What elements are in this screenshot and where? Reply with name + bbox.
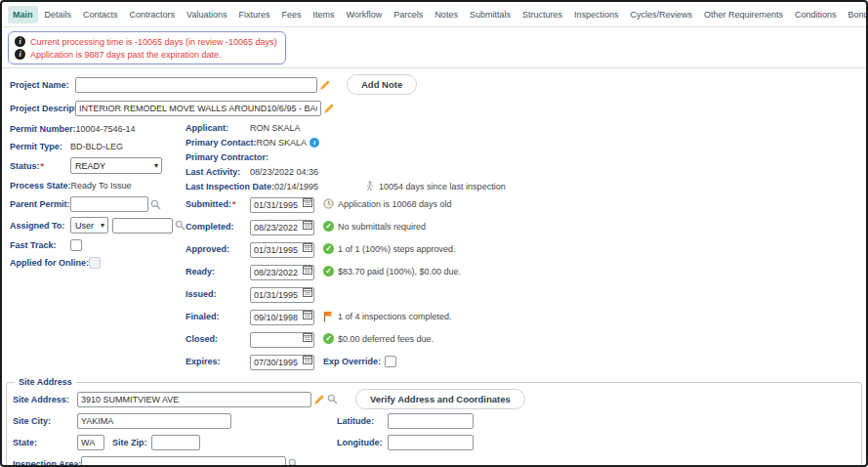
tab-fees[interactable]: Fees: [276, 6, 306, 23]
approved-status-text: 1 of 1 (100%) steps approved.: [338, 244, 456, 254]
site-zip-input[interactable]: [151, 435, 200, 450]
tab-contractors[interactable]: Contractors: [125, 6, 181, 23]
search-icon[interactable]: [288, 458, 299, 467]
parent-permit-label: Parent Permit:: [10, 199, 70, 209]
tab-contacts[interactable]: Contacts: [78, 6, 123, 23]
last-inspection-label: Last Inspection Date:: [186, 182, 274, 191]
approved-status: ✓ 1 of 1 (100%) steps approved.: [323, 243, 456, 254]
alert-box: i Current processing time is -10065 days…: [8, 31, 286, 64]
edit-pencil-icon[interactable]: [323, 103, 335, 114]
applied-online-checkbox: [89, 257, 101, 269]
status-select[interactable]: READY ▾: [70, 157, 162, 174]
required-asterisk: *: [41, 161, 45, 171]
project-name-row: Project Name: Add Note: [10, 74, 858, 95]
tab-items[interactable]: Items: [309, 6, 340, 23]
add-note-button[interactable]: Add Note: [347, 74, 417, 95]
site-address-label: Site Address:: [13, 395, 77, 404]
applied-online-label: Applied for Online:: [10, 258, 89, 268]
tab-notes[interactable]: Notes: [430, 6, 463, 23]
exp-override-label: Exp Override:: [323, 357, 381, 366]
site-address-input[interactable]: [77, 392, 311, 407]
permit-type-row: Permit Type: BD-BLD-LEG: [10, 140, 186, 152]
closed-status: ✓ $0.00 deferred fees due.: [323, 333, 434, 344]
parent-permit-input[interactable]: [70, 196, 148, 212]
closed-label: Closed:: [186, 334, 250, 344]
assigned-to-input[interactable]: [112, 218, 173, 234]
issued-label: Issued:: [186, 289, 250, 299]
verify-address-button[interactable]: Verify Address and Coordinates: [355, 389, 525, 409]
longitude-label: Longitude:: [337, 438, 388, 447]
tab-submittals[interactable]: Submittals: [465, 6, 516, 23]
project-name-label: Project Name:: [10, 80, 75, 90]
project-description-input[interactable]: [75, 101, 321, 116]
check-circle-icon: ✓: [323, 221, 334, 232]
tab-structures[interactable]: Structures: [517, 6, 567, 23]
permit-number-label: Permit Number:: [10, 124, 76, 134]
search-icon[interactable]: [327, 394, 338, 404]
permit-number-row: Permit Number: 10004-7546-14: [10, 122, 186, 135]
contact-info-icon[interactable]: i: [310, 138, 319, 148]
tab-conditions[interactable]: Conditions: [790, 6, 842, 23]
applicant-value: RON SKALA: [250, 123, 301, 133]
tab-cycles-reviews[interactable]: Cycles/Reviews: [625, 6, 697, 23]
search-icon[interactable]: [150, 199, 161, 210]
tab-bonds[interactable]: Bonds: [844, 6, 868, 23]
primary-contractor-label: Primary Contractor:: [186, 152, 269, 162]
latitude-group: Latitude:: [337, 413, 474, 429]
tab-details[interactable]: Details: [40, 6, 77, 23]
project-name-input[interactable]: [75, 77, 317, 93]
calendar-icon[interactable]: [303, 265, 312, 275]
site-city-input[interactable]: [77, 413, 231, 429]
edit-pencil-icon[interactable]: [319, 79, 331, 91]
alert-info-icon: i: [15, 49, 25, 60]
approved-row: Approved: ✓ 1 of 1 (100%) steps approved…: [186, 240, 858, 257]
primary-contractor-row: Primary Contractor:: [186, 151, 858, 162]
site-city-row: Site City: Latitude:: [13, 412, 855, 429]
state-input[interactable]: [77, 435, 104, 450]
calendar-icon[interactable]: [303, 310, 312, 319]
process-state-value: Ready To Issue: [71, 181, 132, 191]
last-activity-value: 08/23/2022 04:36: [250, 167, 318, 177]
finaled-label: Finaled:: [186, 312, 250, 321]
alert-area: i Current processing time is -10065 days…: [2, 27, 866, 68]
calendar-icon[interactable]: [303, 355, 312, 364]
inspection-area-input[interactable]: [81, 456, 286, 467]
calendar-icon[interactable]: [303, 287, 312, 297]
ready-status-text: $83.70 paid (100%), $0.00 due.: [338, 267, 461, 276]
exp-override-checkbox[interactable]: [385, 356, 396, 367]
flag-icon: [323, 311, 334, 322]
tab-other-requirements[interactable]: Other Requirements: [699, 6, 788, 23]
primary-contact-value: RON SKALA: [257, 138, 308, 148]
permit-info-column: Permit Number: 10004-7546-14 Permit Type…: [10, 122, 186, 274]
tab-parcels[interactable]: Parcels: [389, 6, 428, 23]
process-state-label: Process State:: [10, 181, 71, 191]
site-address-row: Site Address: Verify Address and Coordin…: [13, 391, 855, 407]
longitude-input[interactable]: [388, 435, 474, 450]
submitted-status: Application is 10068 days old: [323, 198, 452, 209]
tab-valuations[interactable]: Valuations: [182, 6, 231, 23]
project-description-label: Project Description:: [10, 104, 75, 113]
assigned-to-type-select[interactable]: User ▾: [70, 217, 108, 234]
tab-workflow[interactable]: Workflow: [342, 6, 388, 23]
applied-online-row: Applied for Online:: [10, 256, 186, 269]
last-inspection-row: Last Inspection Date: 02/14/1995 10054 d…: [186, 181, 858, 191]
check-circle-icon: ✓: [323, 243, 334, 254]
site-city-label: Site City:: [13, 416, 77, 426]
tab-main[interactable]: Main: [8, 6, 38, 23]
tab-inspections[interactable]: Inspections: [569, 6, 624, 23]
edit-pencil-icon[interactable]: [313, 394, 325, 405]
project-description-row: Project Description:: [10, 101, 858, 116]
calendar-icon[interactable]: [303, 220, 312, 230]
last-inspection-value: 02/14/1995: [274, 182, 318, 191]
calendar-icon[interactable]: [303, 197, 312, 207]
assigned-to-row: Assigned To: User ▾: [10, 217, 186, 234]
fast-track-checkbox[interactable]: [70, 239, 82, 251]
latitude-input[interactable]: [388, 413, 474, 429]
finaled-status: 1 of 4 inspections completed.: [323, 311, 452, 322]
tab-fixtures[interactable]: Fixtures: [233, 6, 274, 23]
check-circle-icon: ✓: [323, 266, 334, 276]
calendar-icon[interactable]: [303, 332, 312, 342]
chevron-down-icon: ▾: [101, 221, 104, 230]
search-icon[interactable]: [175, 220, 186, 231]
calendar-icon[interactable]: [303, 242, 312, 252]
